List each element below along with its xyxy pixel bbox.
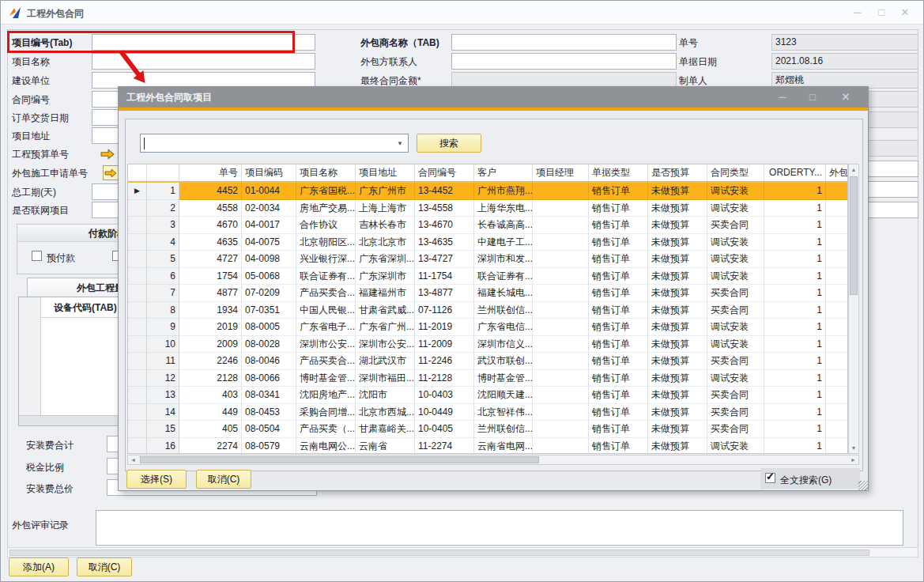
table-cell: 未做预算 <box>648 234 707 251</box>
column-header[interactable]: 项目名称 <box>296 164 356 181</box>
prepayment-checkbox[interactable] <box>32 251 42 261</box>
close-icon[interactable]: ✕ <box>895 6 915 20</box>
scroll-down-icon[interactable]: ▼ <box>849 443 858 453</box>
column-header[interactable]: ORDERTY... <box>764 164 826 181</box>
column-header[interactable] <box>147 164 179 181</box>
table-row[interactable]: ▶1445201-0044广东省国税...广东广州市13-4452广州市燕翔..… <box>128 183 847 200</box>
select-button[interactable]: 选择(S) <box>126 470 187 489</box>
table-vertical-scrollbar[interactable]: ▲ ▼ <box>848 164 859 454</box>
table-cell: 吉林长春市 <box>356 217 415 234</box>
column-header[interactable]: 单号 <box>179 164 242 181</box>
table-cell <box>826 387 848 404</box>
table-row[interactable]: 1540508-0504产品买卖（...甘肃嘉峪关...10-0405兰州联创信… <box>128 421 847 438</box>
readonly-field: 3123 <box>771 34 918 51</box>
table-cell: 调试安装 <box>707 183 764 200</box>
dialog-maximize-icon[interactable]: □ <box>803 90 822 104</box>
row-selector-cell <box>128 268 147 285</box>
table-cell: 调试安装 <box>707 234 764 251</box>
dialog-minimize-icon[interactable]: ─ <box>773 90 792 104</box>
row-selector-cell <box>128 370 147 387</box>
minimize-icon[interactable]: ─ <box>847 6 868 20</box>
scrollbar-thumb[interactable] <box>9 550 869 556</box>
table-cell: 长春诚高高... <box>474 217 533 234</box>
column-header[interactable]: 项目经理 <box>533 164 589 181</box>
chevron-down-icon[interactable]: ▼ <box>397 140 403 147</box>
table-cell: 买卖合同 <box>707 421 764 438</box>
table-row[interactable]: 6175405-0068联合证券有...广东深圳市11-1754联合证券有...… <box>128 268 847 285</box>
column-header[interactable] <box>128 164 147 181</box>
fulltext-label: 全文搜索(G) <box>780 474 832 487</box>
column-header[interactable]: 客户 <box>474 164 533 181</box>
table-cell: 兴业银行深... <box>296 251 356 268</box>
table-cell: 未做预算 <box>648 217 707 234</box>
maximize-icon[interactable]: □ <box>871 6 892 20</box>
search-combobox[interactable]: ▼ <box>140 134 409 153</box>
table-cell: 未做预算 <box>648 353 707 370</box>
table-row[interactable]: 5472704-0098兴业银行深...广东省深圳...13-4727深圳市和发… <box>128 251 847 268</box>
link-arrow-button[interactable] <box>103 165 119 180</box>
table-cell: 11-2274 <box>415 438 474 455</box>
resize-grip[interactable] <box>858 481 868 490</box>
window-titlebar: 工程外包合同 ─ □ ✕ <box>1 1 923 25</box>
column-header[interactable]: 项目地址 <box>356 164 415 181</box>
table-cell: 2 <box>147 200 179 217</box>
dialog-close-icon[interactable]: ✕ <box>836 90 855 104</box>
scroll-up-icon[interactable]: ▲ <box>849 164 858 175</box>
table-row[interactable]: 3467004-0017合作协议吉林长春市13-4670长春诚高高...销售订单… <box>128 217 847 234</box>
table-cell: 13-4670 <box>415 217 474 234</box>
app-logo-icon <box>8 6 22 20</box>
column-header[interactable]: 项目编码 <box>242 164 296 181</box>
vertical-thumb[interactable] <box>850 176 858 295</box>
scroll-right-icon[interactable]: ► <box>848 455 858 464</box>
table-row[interactable]: 16227408-0579云南电网公...云南省11-2274云南省电网...销… <box>128 438 847 455</box>
dialog-titlebar[interactable]: 工程外包合同取项目 ─ □ ✕ <box>119 87 868 108</box>
table-cell: 1 <box>764 404 826 421</box>
table-row[interactable]: 1444908-0453采购合同增...北京市西城...10-0449北京智祥伟… <box>128 404 847 421</box>
annotation-arrow-icon <box>111 48 159 92</box>
column-header[interactable]: 合同编号 <box>415 164 474 181</box>
field-label: 订单交货日期 <box>12 111 69 125</box>
row-selector-cell <box>128 353 147 370</box>
form-input[interactable] <box>451 34 677 51</box>
column-header[interactable]: 是否预算 <box>648 164 707 181</box>
table-cell <box>826 183 848 200</box>
table-row[interactable]: 9201908-0005广东省电子...广东省广州...11-2019广东省电信… <box>128 319 847 336</box>
table-cell <box>533 370 589 387</box>
review-record-label: 外包评审记录 <box>12 519 69 532</box>
table-row[interactable]: 10200908-0028深圳市公安...深圳市公安...11-2009深圳市信… <box>128 336 847 353</box>
field-label: 外包施工申请单号 <box>12 167 88 180</box>
table-row[interactable]: 4463504-0075北京朝阳区...北京北京市13-4635中建电子工...… <box>128 234 847 251</box>
dialog-panel: ▼ 搜索 单号项目编码项目名称项目地址合同编号客户项目经理单据类型是否预算合同类… <box>125 119 863 471</box>
column-header[interactable]: 单据类型 <box>589 164 648 181</box>
table-cell: 福建福州市 <box>356 285 415 302</box>
field-label: 合同编号 <box>12 93 50 107</box>
table-cell: 13 <box>147 387 179 404</box>
table-row[interactable]: 2455802-0034房地产交易...上海上海市13-4558上海华东电...… <box>128 200 847 217</box>
table-horizontal-scrollbar[interactable]: ◄ ► <box>127 455 859 465</box>
add-button[interactable]: 添加(A) <box>9 557 69 576</box>
dialog-cancel-button[interactable]: 取消(C) <box>196 470 251 489</box>
table-cell: 调试安装 <box>707 370 764 387</box>
table-cell: 13-4877 <box>415 285 474 302</box>
table-row[interactable]: 1340308-0341沈阳房地产...沈阳市10-0403沈阳顺天建...销售… <box>128 387 847 404</box>
fulltext-checkbox[interactable]: ✓ <box>765 473 775 483</box>
table-cell: 未做预算 <box>648 285 707 302</box>
table-row[interactable]: 11224608-0046产品买卖合...湖北武汉市11-2246武汉市联创..… <box>128 353 847 370</box>
table-header-row: 单号项目编码项目名称项目地址合同编号客户项目经理单据类型是否预算合同类型ORDE… <box>128 164 847 183</box>
horizontal-thumb[interactable] <box>140 456 539 463</box>
table-row[interactable]: 7487707-0209产品买卖合...福建福州市13-4877福建长城电...… <box>128 285 847 302</box>
link-arrow-icon[interactable] <box>100 149 115 160</box>
form-input[interactable] <box>451 53 677 70</box>
table-cell: 广州市燕翔... <box>474 183 533 200</box>
column-header[interactable]: 外包施 <box>826 164 848 181</box>
table-row[interactable]: 12212808-0066博时基金管...深圳市福田...11-2128博时基金… <box>128 370 847 387</box>
main-horizontal-scrollbar[interactable] <box>7 547 918 557</box>
table-cell: 销售订单 <box>589 421 648 438</box>
search-button[interactable]: 搜索 <box>417 134 481 153</box>
table-cell: 调试安装 <box>707 268 764 285</box>
review-record-input[interactable] <box>96 510 903 546</box>
column-header[interactable]: 合同类型 <box>707 164 764 181</box>
cancel-button[interactable]: 取消(C) <box>77 557 132 576</box>
table-row[interactable]: 8193407-0351中国人民银...甘肃省武威...07-1126兰州联创信… <box>128 302 847 319</box>
scroll-left-icon[interactable]: ◄ <box>128 455 138 464</box>
